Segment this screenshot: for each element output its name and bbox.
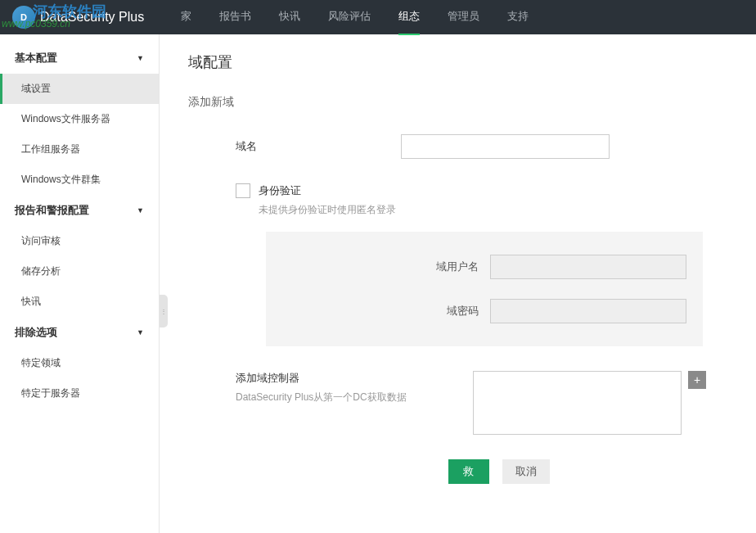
authentication-checkbox[interactable] <box>236 183 250 198</box>
nav-home[interactable]: 家 <box>181 0 191 35</box>
section-title: 添加新域 <box>188 95 727 110</box>
sidebar: 基本配置 ▼ 域设置 Windows文件服务器 工作组服务器 Windows文件… <box>0 34 160 533</box>
password-row: 域密码 <box>282 299 686 323</box>
username-label: 域用户名 <box>436 260 479 274</box>
sidebar-item-alerts[interactable]: 快讯 <box>0 287 159 317</box>
sidebar-item-workgroup-server[interactable]: 工作组服务器 <box>0 134 159 165</box>
dc-hint: DataSecurity Plus从第一个DC获取数据 <box>236 391 473 404</box>
sidebar-group-label: 报告和警报配置 <box>15 203 89 218</box>
sidebar-item-windows-cluster[interactable]: Windows文件群集 <box>0 165 159 195</box>
nav-alerts[interactable]: 快讯 <box>279 0 300 35</box>
cancel-button[interactable]: 取消 <box>502 459 550 484</box>
sidebar-group-label: 基本配置 <box>15 51 57 65</box>
dc-textarea[interactable] <box>473 371 682 435</box>
save-button[interactable]: 救 <box>448 459 489 484</box>
nav-configuration[interactable]: 组态 <box>398 0 420 35</box>
top-bar: D DataSecurity Plus 家 报告书 快讯 风险评估 组态 管理员… <box>0 0 756 34</box>
credentials-box: 域用户名 域密码 <box>266 232 703 346</box>
domain-name-label: 域名 <box>188 139 401 154</box>
sidebar-group-reports[interactable]: 报告和警报配置 ▼ <box>0 195 159 226</box>
domain-controller-row: 添加域控制器 DataSecurity Plus从第一个DC获取数据 + <box>188 371 727 435</box>
chevron-down-icon: ▼ <box>137 328 144 337</box>
sidebar-item-specific-domain[interactable]: 特定领域 <box>0 348 159 378</box>
chevron-down-icon: ▼ <box>137 54 144 62</box>
domain-name-row: 域名 <box>188 134 727 159</box>
add-dc-button[interactable]: + <box>688 371 706 389</box>
top-nav: 家 报告书 快讯 风险评估 组态 管理员 支持 <box>181 0 529 35</box>
username-row: 域用户名 <box>282 255 686 279</box>
authentication-label: 身份验证 <box>259 183 396 198</box>
nav-admin[interactable]: 管理员 <box>448 0 479 35</box>
sidebar-item-storage-analysis[interactable]: 储存分析 <box>0 256 159 287</box>
username-input[interactable] <box>490 255 686 279</box>
sidebar-group-basic[interactable]: 基本配置 ▼ <box>0 43 159 74</box>
password-input[interactable] <box>490 299 686 323</box>
authentication-hint: 未提供身份验证时使用匿名登录 <box>259 203 396 217</box>
sidebar-collapse-handle[interactable]: ⋮ <box>160 295 168 327</box>
sidebar-group-exclusions[interactable]: 排除选项 ▼ <box>0 317 159 348</box>
nav-reports[interactable]: 报告书 <box>219 0 251 35</box>
main-content: 域配置 添加新域 域名 身份验证 未提供身份验证时使用匿名登录 域用户名 域密码 <box>160 34 756 533</box>
nav-support[interactable]: 支持 <box>507 0 529 35</box>
chevron-down-icon: ▼ <box>137 206 144 215</box>
page-title: 域配置 <box>188 52 727 72</box>
sidebar-item-specific-server[interactable]: 特定于服务器 <box>0 378 159 409</box>
plus-icon: + <box>694 373 700 386</box>
domain-name-input[interactable] <box>401 134 610 159</box>
dc-label: 添加域控制器 <box>236 371 473 386</box>
sidebar-item-domain-settings[interactable]: 域设置 <box>0 74 159 104</box>
sidebar-item-access-audit[interactable]: 访问审核 <box>0 226 159 256</box>
authentication-row: 身份验证 未提供身份验证时使用匿名登录 <box>188 183 727 217</box>
sidebar-item-windows-file-server[interactable]: Windows文件服务器 <box>0 104 159 134</box>
nav-risk[interactable]: 风险评估 <box>328 0 371 35</box>
button-row: 救 取消 <box>188 459 727 484</box>
password-label: 域密码 <box>447 304 479 318</box>
sidebar-group-label: 排除选项 <box>15 325 57 340</box>
watermark-url: www.pc0359.cn <box>2 18 70 29</box>
